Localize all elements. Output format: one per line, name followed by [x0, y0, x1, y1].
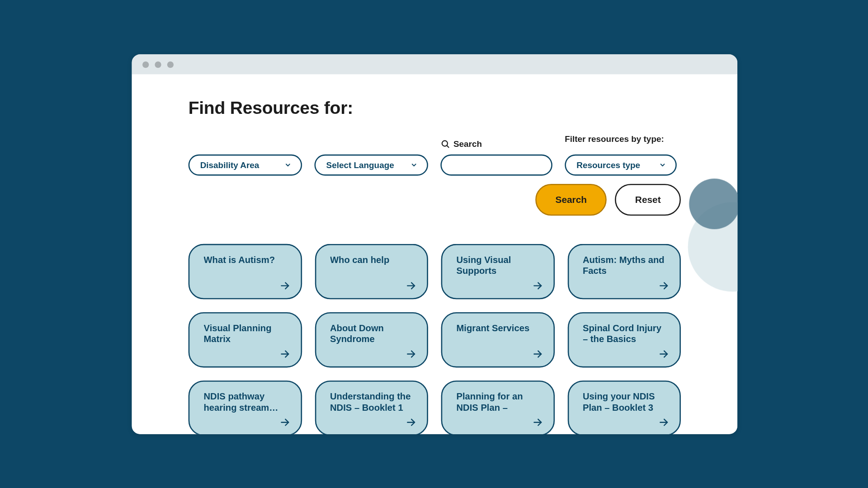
resource-card-title: Using your NDIS Plan – Booklet 3 — [583, 391, 668, 413]
svg-line-1 — [447, 145, 449, 147]
arrow-right-icon — [658, 280, 669, 291]
arrow-right-icon — [279, 280, 290, 291]
resource-card[interactable]: Understanding the NDIS – Booklet 1 — [315, 380, 428, 434]
resource-card[interactable]: Visual Planning Matrix — [189, 312, 302, 367]
search-column: Search — [440, 139, 552, 175]
resource-card-title: NDIS pathway hearing stream… — [204, 391, 289, 413]
resource-card-title: Who can help — [330, 254, 415, 266]
search-label-row: Search — [440, 139, 552, 148]
filters-row: Disability Area Select Language — [189, 134, 681, 175]
search-label: Search — [453, 139, 482, 148]
resource-card[interactable]: About Down Syndrome — [315, 312, 428, 367]
language-label: Select Language — [326, 160, 394, 169]
language-select[interactable]: Select Language — [314, 154, 428, 175]
arrow-right-icon — [406, 417, 416, 427]
resource-card-title: Spinal Cord Injury – the Basics — [583, 323, 668, 345]
arrow-right-icon — [406, 348, 416, 359]
actions-row: Search Reset — [189, 183, 681, 215]
resource-card[interactable]: Autism: Myths and Facts — [567, 244, 681, 299]
resource-card-title: Planning for an NDIS Plan – Bookl… — [457, 391, 542, 414]
resource-card[interactable]: What is Autism? — [189, 244, 302, 299]
resource-card-title: Visual Planning Matrix — [204, 323, 289, 345]
resource-card[interactable]: Who can help — [315, 244, 428, 299]
resource-card-title: Autism: Myths and Facts — [583, 254, 668, 277]
arrow-right-icon — [658, 348, 669, 359]
resource-card[interactable]: Planning for an NDIS Plan – Bookl… — [441, 380, 555, 434]
arrow-right-icon — [532, 417, 542, 427]
resource-card-title: About Down Syndrome — [330, 323, 415, 345]
chevron-down-icon — [659, 161, 666, 169]
resource-card[interactable]: Using Visual Supports — [441, 244, 555, 299]
window-titlebar — [132, 54, 737, 74]
arrow-right-icon — [279, 348, 290, 359]
type-column: Filter resources by type: Resources type — [565, 134, 677, 175]
resource-card-title: What is Autism? — [204, 254, 289, 266]
resource-card-title: Migrant Services — [457, 323, 542, 334]
chevron-down-icon — [284, 161, 292, 169]
resource-card[interactable]: Migrant Services — [441, 312, 555, 367]
resources-type-select[interactable]: Resources type — [565, 154, 677, 175]
arrow-right-icon — [658, 417, 669, 427]
chevron-down-icon — [410, 161, 418, 169]
page-title: Find Resources for: — [189, 98, 681, 117]
reset-button[interactable]: Reset — [615, 183, 681, 215]
arrow-right-icon — [406, 280, 416, 291]
search-icon — [440, 139, 450, 148]
resource-card[interactable]: NDIS pathway hearing stream… — [189, 380, 302, 434]
arrow-right-icon — [532, 348, 542, 359]
arrow-right-icon — [279, 417, 290, 427]
resource-card[interactable]: Using your NDIS Plan – Booklet 3 — [567, 380, 681, 434]
disability-area-label: Disability Area — [200, 160, 259, 169]
search-button[interactable]: Search — [535, 183, 607, 215]
resource-card[interactable]: Spinal Cord Injury – the Basics — [567, 312, 681, 367]
stage: Find Resources for: Disability Area Sele… — [0, 3, 868, 485]
type-group-label: Filter resources by type: — [565, 134, 677, 144]
resources-type-label: Resources type — [576, 160, 640, 169]
page-content: Find Resources for: Disability Area Sele… — [132, 74, 737, 434]
cards-grid: What is Autism?Who can helpUsing Visual … — [189, 244, 681, 434]
disability-area-select[interactable]: Disability Area — [189, 154, 302, 175]
traffic-light-close[interactable] — [142, 61, 149, 67]
traffic-light-zoom[interactable] — [167, 61, 174, 67]
arrow-right-icon — [532, 280, 542, 291]
traffic-light-minimize[interactable] — [155, 61, 161, 67]
search-input[interactable] — [440, 154, 552, 175]
resource-card-title: Using Visual Supports — [457, 254, 542, 277]
resource-card-title: Understanding the NDIS – Booklet 1 — [330, 391, 415, 413]
svg-point-0 — [442, 141, 448, 146]
browser-window: Find Resources for: Disability Area Sele… — [132, 54, 737, 434]
